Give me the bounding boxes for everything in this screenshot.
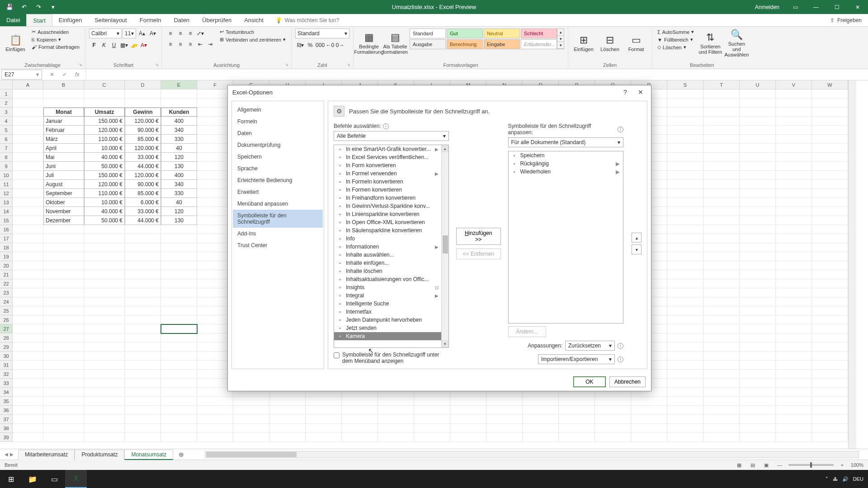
- cell-U19[interactable]: [740, 252, 776, 261]
- cell-C27[interactable]: [84, 324, 125, 333]
- cell-A28[interactable]: [13, 333, 43, 343]
- cell-S27[interactable]: [667, 324, 703, 333]
- cell-K36[interactable]: [378, 406, 414, 415]
- cell-K35[interactable]: [378, 397, 414, 406]
- tab-ansicht[interactable]: Ansicht: [238, 14, 270, 26]
- cell-D17[interactable]: [125, 234, 161, 243]
- row-header-26[interactable]: 26: [0, 315, 13, 324]
- cell-C9[interactable]: 50.000 €: [84, 162, 125, 171]
- cell-A29[interactable]: [13, 343, 43, 352]
- cell-V35[interactable]: [776, 397, 812, 406]
- cell-A38[interactable]: [13, 424, 43, 433]
- formula-input[interactable]: [86, 70, 868, 80]
- cell-P36[interactable]: [559, 406, 595, 415]
- command-list-item[interactable]: ▫In Form konvertieren: [334, 161, 441, 169]
- cell-B22[interactable]: [43, 279, 84, 288]
- cell-W2[interactable]: [812, 99, 848, 108]
- cell-S31[interactable]: [667, 361, 703, 370]
- cell-B11[interactable]: August: [43, 180, 84, 189]
- cell-V11[interactable]: [776, 180, 812, 189]
- style-gut[interactable]: Gut: [447, 28, 483, 38]
- cell-S14[interactable]: [667, 207, 703, 216]
- cell-U9[interactable]: [740, 162, 776, 171]
- cell-A18[interactable]: [13, 243, 43, 252]
- font-name-combo[interactable]: Calibri▾: [89, 28, 122, 38]
- cell-A25[interactable]: [13, 306, 43, 315]
- cell-A11[interactable]: [13, 180, 43, 189]
- cell-A3[interactable]: [13, 108, 43, 117]
- cell-E13[interactable]: 40: [161, 198, 197, 207]
- cell-S32[interactable]: [667, 370, 703, 379]
- cell-B27[interactable]: [43, 324, 84, 333]
- cell-D9[interactable]: 44.000 €: [125, 162, 161, 171]
- command-list-item[interactable]: ▫Info: [334, 235, 441, 243]
- tab-seitenlayout[interactable]: Seitenlayout: [88, 14, 133, 26]
- clipboard-launcher[interactable]: ↘: [78, 62, 83, 68]
- cell-S11[interactable]: [667, 180, 703, 189]
- cell-G38[interactable]: [233, 424, 269, 433]
- cell-C15[interactable]: 50.000 €: [84, 216, 125, 225]
- cell-E14[interactable]: 120: [161, 207, 197, 216]
- cell-U30[interactable]: [740, 352, 776, 361]
- command-list-item[interactable]: ▫Kamera: [334, 332, 441, 340]
- fill-color-button[interactable]: ◢▾: [129, 40, 139, 50]
- ok-button[interactable]: OK: [573, 376, 606, 387]
- cell-D10[interactable]: 120.000 €: [125, 171, 161, 180]
- cell-B28[interactable]: [43, 333, 84, 343]
- cell-B15[interactable]: Dezember: [43, 216, 84, 225]
- cell-V9[interactable]: [776, 162, 812, 171]
- cell-A16[interactable]: [13, 225, 43, 234]
- cell-E27[interactable]: [161, 324, 197, 333]
- cell-E25[interactable]: [161, 306, 197, 315]
- cell-W31[interactable]: [812, 361, 848, 370]
- cell-B25[interactable]: [43, 306, 84, 315]
- cell-B10[interactable]: Juli: [43, 171, 84, 180]
- cell-B29[interactable]: [43, 343, 84, 352]
- cell-U25[interactable]: [740, 306, 776, 315]
- row-header-10[interactable]: 10: [0, 171, 13, 180]
- cell-E36[interactable]: [161, 406, 197, 415]
- cell-E9[interactable]: 130: [161, 162, 197, 171]
- cell-B18[interactable]: [43, 243, 84, 252]
- minimize-button[interactable]: —: [806, 0, 826, 14]
- cell-U5[interactable]: [740, 126, 776, 135]
- tab-start[interactable]: Start: [26, 14, 52, 26]
- cell-W21[interactable]: [812, 270, 848, 279]
- cell-D4[interactable]: 120.000 €: [125, 117, 161, 126]
- cell-V30[interactable]: [776, 352, 812, 361]
- cell-E3[interactable]: Kunden: [161, 108, 197, 117]
- style-ausgabe[interactable]: Ausgabe: [410, 39, 446, 49]
- cell-T5[interactable]: [703, 126, 740, 135]
- cell-A35[interactable]: [13, 397, 43, 406]
- cell-U18[interactable]: [740, 243, 776, 252]
- cell-W12[interactable]: [812, 189, 848, 198]
- cell-U11[interactable]: [740, 180, 776, 189]
- cell-U38[interactable]: [740, 424, 776, 433]
- cell-N35[interactable]: [486, 397, 523, 406]
- dialog-help-button[interactable]: ?: [619, 86, 631, 98]
- cell-A30[interactable]: [13, 352, 43, 361]
- cell-K39[interactable]: [378, 433, 414, 442]
- cell-B13[interactable]: Oktober: [43, 198, 84, 207]
- cell-V21[interactable]: [776, 270, 812, 279]
- cell-B32[interactable]: [43, 370, 84, 379]
- cell-U2[interactable]: [740, 99, 776, 108]
- cell-S2[interactable]: [667, 99, 703, 108]
- cell-U23[interactable]: [740, 288, 776, 297]
- cell-S21[interactable]: [667, 270, 703, 279]
- row-header-11[interactable]: 11: [0, 180, 13, 189]
- row-header-32[interactable]: 32: [0, 370, 13, 379]
- cell-C29[interactable]: [84, 343, 125, 352]
- cell-O38[interactable]: [523, 424, 559, 433]
- cell-T15[interactable]: [703, 216, 740, 225]
- cell-B12[interactable]: September: [43, 189, 84, 198]
- cell-U17[interactable]: [740, 234, 776, 243]
- cell-K38[interactable]: [378, 424, 414, 433]
- cell-A6[interactable]: [13, 135, 43, 144]
- cell-E39[interactable]: [161, 433, 197, 442]
- cell-B35[interactable]: [43, 397, 84, 406]
- cell-C33[interactable]: [84, 379, 125, 388]
- paste-button[interactable]: 📋 Einfügen: [4, 28, 27, 58]
- tray-volume-icon[interactable]: 🔊: [842, 476, 849, 482]
- cell-H37[interactable]: [269, 415, 306, 424]
